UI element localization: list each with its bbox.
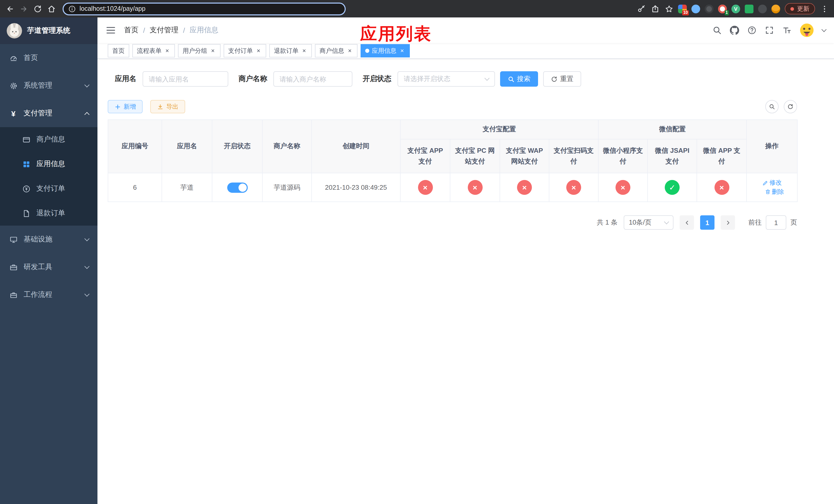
github-icon[interactable] (729, 25, 739, 35)
sidebar-item-refund-order[interactable]: 退款订单 (0, 201, 97, 226)
cell-app-id: 6 (108, 173, 162, 202)
table-row: 6 芋道 芋道源码 2021-10-23 08:49:25 × × × × × … (108, 173, 797, 202)
breadcrumb-item[interactable]: 首页 (124, 26, 138, 35)
tab-close-icon[interactable] (164, 48, 170, 54)
col-header-merchant: 商户名称 (262, 120, 312, 173)
bookmark-star-icon[interactable] (664, 4, 674, 13)
goto-label: 前往 (748, 218, 762, 227)
app-name-input[interactable] (142, 71, 228, 87)
password-key-icon[interactable] (637, 4, 646, 13)
status-toggle[interactable] (227, 182, 247, 192)
chevron-down-icon (84, 264, 89, 269)
extension-green-square-icon[interactable] (745, 4, 753, 13)
tab-close-icon[interactable] (301, 48, 307, 54)
delete-button[interactable]: 删除 (765, 187, 784, 196)
document-icon (22, 209, 31, 218)
refresh-table-button[interactable] (784, 100, 797, 113)
tab-process-form[interactable]: 流程表单 (132, 44, 175, 58)
edit-button[interactable]: 修改 (762, 178, 782, 187)
status-label: 开启状态 (363, 74, 391, 84)
tab-close-icon[interactable] (399, 48, 405, 54)
tab-user-group[interactable]: 用户分组 (178, 44, 221, 58)
tab-pay-order[interactable]: 支付订单 (224, 44, 266, 58)
goto-page-input[interactable] (766, 215, 786, 230)
export-button[interactable]: 导出 (150, 100, 185, 113)
tab-close-icon[interactable] (210, 48, 216, 54)
share-icon[interactable] (650, 4, 660, 13)
goto-page-group: 前往 页 (748, 215, 797, 230)
sidebar-collapse-icon[interactable] (106, 25, 116, 36)
browser-reload-icon[interactable] (33, 4, 42, 13)
browser-menu-kebab-icon[interactable] (820, 4, 829, 13)
chevron-up-icon (84, 112, 89, 117)
extension-vue-devtools-icon[interactable] (731, 4, 740, 13)
app-logo[interactable]: 芋道管理系统 (0, 18, 97, 44)
col-header-alipay-pc: 支付宝 PC 网站支付 (450, 139, 500, 173)
tags-view-bar: 首页 流程表单 用户分组 支付订单 退款订单 商户信息 应用信息 (97, 43, 834, 59)
browser-home-icon[interactable] (47, 4, 56, 13)
tab-merchant-info[interactable]: 商户信息 (315, 44, 357, 58)
sidebar-item-merchant-info[interactable]: 商户信息 (0, 127, 97, 152)
browser-update-button[interactable]: 更新 (785, 3, 815, 14)
font-size-icon[interactable] (782, 25, 791, 35)
tab-close-icon[interactable] (256, 48, 262, 54)
search-form: 应用名 商户名称 开启状态 请选择开启状态 搜索 重置 (108, 71, 824, 87)
breadcrumb-item-current: 应用信息 (190, 26, 219, 35)
tab-app-info[interactable]: 应用信息 (360, 44, 410, 58)
search-icon[interactable] (712, 25, 722, 35)
sidebar-item-system[interactable]: 系统管理 (0, 72, 97, 99)
page-number-1[interactable]: 1 (700, 215, 715, 230)
app-table: 应用编号 应用名 开启状态 商户名称 创建时间 支付宝配置 微信配置 操作 支付… (108, 119, 797, 202)
sidebar-item-home[interactable]: 首页 (0, 44, 97, 72)
help-icon[interactable] (747, 25, 756, 35)
toggle-search-button[interactable] (765, 100, 778, 113)
site-info-icon[interactable] (68, 5, 76, 13)
wx-jsapi-status-icon: ✓ (665, 180, 680, 195)
tab-home[interactable]: 首页 (108, 44, 129, 58)
app-title: 芋道管理系统 (27, 26, 70, 36)
col-header-alipay-qr: 支付宝扫码支付 (549, 139, 598, 173)
search-button[interactable]: 搜索 (500, 71, 538, 87)
extension-blue-icon[interactable] (692, 4, 700, 13)
next-page-button[interactable] (721, 215, 735, 230)
avatar-dropdown-caret-icon[interactable] (821, 27, 827, 32)
reset-button[interactable]: 重置 (543, 71, 581, 87)
extension-colorful-grid-icon[interactable]: 10 (678, 4, 687, 13)
prev-page-button[interactable] (680, 215, 694, 230)
sidebar-item-pay-order[interactable]: 支付订单 (0, 176, 97, 201)
url-text[interactable]: localhost:1024/pay/app (80, 5, 146, 12)
extension-ring-icon[interactable]: 1 (718, 4, 727, 13)
sidebar-item-infrastructure[interactable]: 基础设施 (0, 226, 97, 253)
address-bar[interactable]: localhost:1024/pay/app (63, 2, 346, 15)
sidebar-item-label: 退款订单 (37, 209, 65, 218)
sidebar-item-label: 首页 (24, 53, 38, 63)
extension-face-icon[interactable] (771, 4, 780, 13)
monitor-icon (9, 235, 18, 244)
add-button[interactable]: 新增 (108, 100, 142, 113)
tab-refund-order[interactable]: 退款订单 (269, 44, 312, 58)
breadcrumb-item[interactable]: 支付管理 (150, 26, 178, 35)
page-size-select[interactable]: 10条/页 (624, 215, 674, 230)
extension-pin-icon[interactable] (758, 4, 767, 13)
app-name-label: 应用名 (115, 74, 136, 84)
fullscreen-icon[interactable] (764, 25, 774, 35)
browser-back-icon[interactable] (5, 4, 14, 13)
wx-mini-status-icon: × (615, 180, 630, 195)
col-header-wx-app: 微信 APP 支付 (697, 139, 747, 173)
tab-close-icon[interactable] (347, 48, 353, 54)
extension-dark-icon[interactable] (705, 4, 714, 13)
yen-icon (9, 109, 18, 118)
sidebar-item-workflow[interactable]: 工作流程 (0, 281, 97, 308)
status-select[interactable]: 请选择开启状态 (397, 71, 495, 87)
user-avatar[interactable] (799, 23, 814, 38)
cell-app-name: 芋道 (162, 173, 212, 202)
sidebar-item-app-info[interactable]: 应用信息 (0, 152, 97, 176)
sidebar-item-payment[interactable]: 支付管理 (0, 99, 97, 127)
page-annotation: 应用列表 (360, 23, 432, 46)
chevron-down-icon (84, 292, 89, 297)
cell-actions: 修改 删除 (747, 173, 797, 202)
browser-forward-icon[interactable] (19, 4, 28, 13)
sidebar-item-dev-tools[interactable]: 研发工具 (0, 253, 97, 281)
grid-icon (22, 159, 31, 169)
merchant-name-input[interactable] (273, 71, 352, 87)
